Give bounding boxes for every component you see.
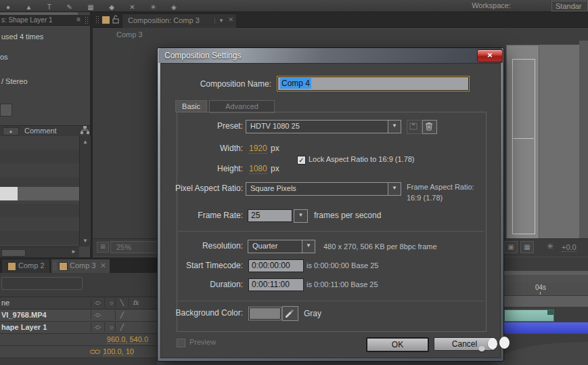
pixel-aspect-ratio-dropdown[interactable]: Square Pixels ▼ [246, 182, 401, 196]
composition-name-input[interactable]: Comp 4 [277, 77, 469, 91]
comment-column-header[interactable]: ▲ Comment [0, 125, 90, 137]
selected-item-row[interactable] [18, 187, 79, 200]
background-color-swatch[interactable] [249, 307, 281, 320]
layer-duration-bar-teal[interactable] [504, 309, 554, 322]
composition-tabbar: Composition: Comp 3 ▼ ✕ [93, 12, 588, 28]
roto-brush-tool-icon[interactable]: ✕ [129, 3, 135, 11]
preset-dropdown[interactable]: HDTV 1080 25 ▼ [246, 120, 401, 133]
comp-color-icon [59, 262, 68, 271]
layer-duration-bar-blue[interactable] [504, 322, 588, 334]
panel-grip[interactable] [85, 16, 88, 24]
type-tool-icon[interactable]: T [47, 3, 51, 11]
layer-row[interactable]: VI_9768.MP4 -◻- ╱ [0, 309, 157, 322]
pen-tool-icon[interactable]: ▲ [26, 3, 32, 11]
tab-label: Composition: Comp 3 [128, 16, 200, 24]
tab-label: Comp 2 [18, 261, 45, 270]
grid-options-icon[interactable]: ▦ [520, 241, 534, 253]
tab-basic[interactable]: Basic [175, 100, 207, 112]
resolution-dropdown[interactable]: Quarter ▼ [248, 240, 315, 253]
horizontal-scrollbar[interactable]: ► [0, 246, 79, 258]
zoom-level-value: 25% [116, 243, 131, 251]
chevron-down-icon: ▼ [388, 121, 401, 133]
selected-item-cell[interactable] [0, 187, 18, 200]
width-value[interactable]: 1920 [249, 144, 267, 154]
sort-arrow-icon[interactable]: ▲ [3, 127, 19, 135]
close-button[interactable]: ✕ [477, 49, 503, 62]
timeline-track-area: 04s [504, 257, 588, 365]
ok-button[interactable]: OK [366, 337, 429, 352]
timeline-workarea-band [504, 275, 588, 283]
link-icon[interactable] [90, 349, 100, 355]
close-tab-icon[interactable]: ✕ [228, 16, 233, 23]
project-item-list[interactable] [0, 136, 79, 246]
footage-info-line: / Stereo [1, 77, 28, 85]
layer-row[interactable]: hape Layer 1 -◻- ☼ ╱ [0, 322, 157, 334]
scroll-down-icon[interactable]: ▼ [80, 238, 91, 244]
dialog-titlebar[interactable]: Composition Settings [158, 48, 503, 63]
scroll-right-icon[interactable]: ► [71, 249, 76, 255]
timeline-band [504, 296, 588, 307]
shadow-blob [504, 342, 588, 365]
frame-rate-dropdown-button[interactable]: ▼ [294, 209, 308, 223]
panel-grip[interactable] [95, 16, 99, 24]
layer-name[interactable]: hape Layer 1 [1, 323, 47, 331]
preset-value: HDTV 1080 25 [250, 122, 300, 130]
time-ruler[interactable]: 04s [504, 283, 588, 296]
lock-aspect-checkbox[interactable]: ✓ [297, 156, 306, 165]
vertical-scrollbar[interactable]: ▲ ▼ [79, 136, 91, 246]
resolution-label: Resolution: [141, 241, 243, 251]
scrollbar-thumb[interactable] [1, 249, 26, 257]
collapse-toggle[interactable]: ╱ [115, 322, 129, 332]
camera-icon[interactable]: ▣ [504, 241, 518, 253]
timeline-tabbar: Comp 2 Comp 3 ✕ [0, 257, 157, 273]
exposure-icon[interactable]: ✳ [547, 242, 553, 251]
property-row-scale: 100.0, 10 [0, 346, 157, 358]
snap-tool-icon[interactable]: ◈ [171, 3, 177, 11]
shy-icon[interactable]: -◻- [91, 298, 104, 307]
collapse-icon[interactable]: ╲ [115, 298, 129, 307]
tab-comp2[interactable]: Comp 2 [2, 259, 49, 273]
tab-comp3[interactable]: Comp 3 ✕ [51, 259, 110, 273]
close-tab-icon[interactable]: ✕ [100, 261, 106, 270]
panel-grip[interactable] [53, 262, 56, 270]
dialog-title: Composition Settings [164, 51, 241, 60]
comp-title-text: Comp 3 [116, 30, 143, 39]
save-preset-button[interactable] [407, 120, 422, 134]
layer-name[interactable]: VI_9768.MP4 [1, 311, 47, 319]
delete-preset-button[interactable] [422, 120, 437, 134]
tab-effect-controls[interactable]: s: Shape Layer 1 [1, 16, 53, 24]
magnification-icon: ⊞ [97, 242, 109, 253]
chevron-down-icon[interactable]: ▼ [214, 18, 224, 24]
cursor-dot [488, 338, 497, 349]
quality-toggle[interactable]: ╱ [115, 310, 129, 320]
duration-input[interactable]: 0:00:11:00 [248, 278, 304, 291]
height-value[interactable]: 1080 [249, 164, 267, 174]
brush-tool-icon[interactable]: ✎ [66, 3, 72, 11]
flowchart-icon[interactable] [81, 126, 89, 135]
preview-checkbox[interactable] [177, 339, 185, 347]
fx-icon[interactable]: fx [129, 298, 142, 307]
panel-menu-icon[interactable]: ≡ [76, 16, 81, 23]
eyedropper-button[interactable] [282, 306, 298, 321]
tab-composition-comp3[interactable]: Composition: Comp 3 ▼ ✕ [122, 14, 237, 28]
position-value[interactable]: 960.0, 540.0 [107, 335, 148, 344]
clone-stamp-tool-icon[interactable]: ▦ [87, 3, 93, 11]
shy-toggle[interactable]: -◻- [91, 322, 104, 332]
workspace-dropdown[interactable]: Standar [551, 1, 588, 12]
shy-toggle[interactable]: -◻- [91, 310, 104, 320]
start-timecode-input[interactable]: 0:00:00:00 [248, 259, 304, 272]
lock-icon[interactable] [112, 15, 119, 24]
scroll-up-icon[interactable]: ▲ [80, 139, 91, 145]
scale-value[interactable]: 100.0, 10 [103, 347, 134, 356]
composition-settings-dialog: Composition Settings ✕ Composition Name:… [157, 47, 504, 362]
timeline-search-input[interactable] [1, 277, 83, 290]
cancel-button[interactable]: Cancel [434, 337, 495, 351]
frame-rate-input[interactable]: 25 [248, 209, 292, 222]
search-field-stub[interactable] [0, 104, 12, 116]
eraser-tool-icon[interactable]: ◆ [109, 3, 114, 11]
shape-tool-icon[interactable]: ● [6, 3, 10, 11]
height-label: Height: [141, 164, 243, 173]
exposure-value[interactable]: +0.0 [562, 243, 576, 252]
puppet-pin-tool-icon[interactable]: ✳ [150, 3, 156, 11]
cursor-dot-small [478, 346, 485, 351]
